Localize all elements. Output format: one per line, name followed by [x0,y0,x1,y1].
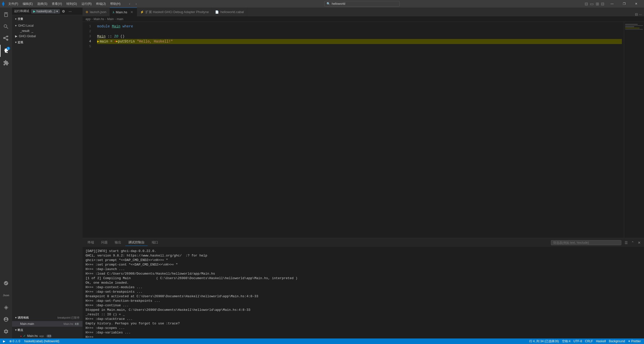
minimap-line-4 [625,28,639,28]
tab-launch-json[interactable]: ⚙ launch.json [83,8,110,16]
tab-cabal[interactable]: 📄 helloworld.cabal [212,8,247,16]
status-background[interactable]: Background [608,338,626,344]
call-stack-header[interactable]: ▾ 调用堆栈 breakpoint 已暂停 [12,314,83,321]
callstack-label: 调用堆栈 [18,316,29,320]
panel-list-icon[interactable]: ☰ [623,240,629,245]
menu-edit[interactable]: 编辑(E) [21,1,35,7]
panel-expand-icon[interactable]: ⌃ [630,240,635,245]
debug-config-selector[interactable]: ▶ haskell(cab...) ▾ [31,9,60,14]
status-line-ending[interactable]: CRLF [584,338,594,344]
activity-account[interactable] [0,313,12,325]
breakpoint-item-main[interactable]: ● ✓ Main.hs app 4:8 [12,333,83,338]
activity-search[interactable] [0,21,12,33]
menu-select[interactable]: 选择(S) [35,1,49,7]
menu-run[interactable]: 运行(R) [79,1,94,7]
panel-close-icon[interactable]: ✕ [636,240,642,245]
terminal-line-14: _result :: IO () = _ [86,312,641,317]
menu-view[interactable]: 查看(V) [50,1,64,7]
title-bar: ⧫ 文件(F) 编辑(E) 选择(S) 查看(V) 转到(G) 运行(R) 终端… [0,0,644,8]
menu-goto[interactable]: 转到(G) [64,1,79,7]
panel-actions: ☰ ⌃ ✕ [623,240,642,245]
status-row-col[interactable]: 行 4, 列 34 (已选择26) [528,338,560,344]
tab-main-hs[interactable]: λ Main.hs ✕ [110,8,137,16]
search-input[interactable]: 🔍 helloworld [324,1,400,7]
breadcrumb-part-file[interactable]: Main.hs [94,17,104,21]
status-language[interactable]: Haskell [595,338,607,344]
terminal-content[interactable]: [DAP][INFO] start ghci-dap-0.0.22.0.GHCi… [83,247,644,338]
activity-explorer[interactable] [0,9,12,21]
breadcrumb-part-module[interactable]: Main [107,17,114,21]
status-haskell-info[interactable]: haskell(cabal) (helloworld) [23,338,60,344]
activity-json[interactable]: Json [0,289,12,301]
menu-file[interactable]: 文件(F) [6,1,20,7]
minimap-line-3 [625,26,634,27]
code-line-2 [97,29,622,34]
terminal-line-4: H>>= :dap-launch ... [86,267,641,272]
status-spaces[interactable]: 空格:4 [561,338,572,344]
watch-header[interactable]: ▾ 监视 [12,39,83,46]
breadcrumb-part-app[interactable]: app [86,17,91,21]
variables-header[interactable]: ▾ 变量 [12,15,83,23]
maximize-button[interactable]: ❐ [618,0,630,8]
layout-icon-2[interactable]: ▭ [590,2,594,6]
code-line-3: Main :: IO () [97,34,622,39]
result-variable[interactable]: _result: _ [12,28,83,33]
line-ending-text: CRLF [585,339,593,343]
debug-arrow-icon: ▶ [97,39,99,44]
activity-remote[interactable] [0,277,12,289]
debug-settings-btn[interactable]: ⚙ [61,9,66,14]
tab-haskell-adapter[interactable]: ⚡ 扩展 Haskell GHCi Debug Adapter Phoityne [137,8,212,16]
more-tabs-icon[interactable]: ··· [639,12,642,16]
code-line-5 [97,44,622,49]
activity-settings[interactable] [0,325,12,337]
chevron-down-icon: ▾ [56,10,58,13]
debug-more-btn[interactable]: ··· [67,9,73,14]
close-button[interactable]: ✕ [630,0,642,8]
menu-terminal[interactable]: 终端(J) [94,1,108,7]
panel-tab-terminal[interactable]: 终端 [85,239,97,246]
activity-source-control[interactable] [0,33,12,45]
breadcrumb-sep-1: › [92,17,93,21]
layout-icon-1[interactable]: ⊟ [585,2,588,6]
variables-chevron: ▾ [15,18,17,20]
forward-button[interactable]: › [133,1,139,7]
panel-tab-debug-console[interactable]: 调试控制台 [125,239,148,246]
line-num-2: 2 [83,29,95,34]
status-encoding[interactable]: UTF-8 [573,338,583,344]
ghci-local-header[interactable]: ▾ GHCi Local [12,23,83,28]
activity-extensions[interactable] [0,57,12,69]
menu-help[interactable]: 帮助(H) [108,1,123,7]
encoding-text: UTF-8 [574,339,582,343]
terminal-line-16: Empty history. Perhaps you forgot to use… [86,321,641,326]
breakpoints-header[interactable]: ▾ 断点 [12,327,83,333]
layout-icon-4[interactable]: ⊟ [601,2,604,6]
status-debug-icon[interactable]: ▶ [2,338,6,344]
ghci-global-header[interactable]: ▶ GHCi Global [12,33,83,39]
layout-icon-3[interactable]: ⊞ [596,2,599,6]
app-icon: ⧫ [2,1,4,7]
breadcrumb: app › Main.hs › Main › main [83,16,644,22]
status-prettier[interactable]: ✦ Prettier [627,338,642,344]
layout-split-icon[interactable]: ⊟ [635,12,638,16]
panel-tab-output[interactable]: 输出 [112,239,124,246]
filter-input[interactable] [551,240,621,245]
activity-run-debug[interactable]: 1 [0,45,12,57]
code-editor[interactable]: 1 2 3 4 5 module Main where [83,22,644,238]
debug-label: 运行和调试 [14,9,29,13]
debug-config-name: haskell(cab...) [36,10,55,13]
terminal-line-3: H>>= :set prompt-cont "<<DAP_CMD_END2>>\… [86,263,641,267]
tab-close-main[interactable]: ✕ [130,10,134,14]
language-text: Haskell [596,339,606,343]
terminal-line-0: [DAP][INFO] start ghci-dap-0.0.22.0. [86,249,641,253]
status-errors[interactable]: ⊗ 0 ⚠ 0 [8,338,21,344]
tab-label-adapter: 扩展 Haskell GHCi Debug Adapter Phoityne [145,10,209,14]
activity-graph[interactable]: ◈ [0,301,12,313]
breadcrumb-part-func[interactable]: main [117,17,123,21]
call-stack-item-main[interactable]: Main.main Main.hs 4:8 [12,321,83,327]
back-button[interactable]: ‹ [127,1,133,7]
minimize-button[interactable]: — [606,0,618,8]
panel-tab-ports[interactable]: 端口 [149,239,161,246]
code-content[interactable]: module Main where Main :: IO () [95,22,624,238]
expand-icon: ▾ [15,24,17,27]
panel-tab-problems[interactable]: 问题 [98,239,111,246]
